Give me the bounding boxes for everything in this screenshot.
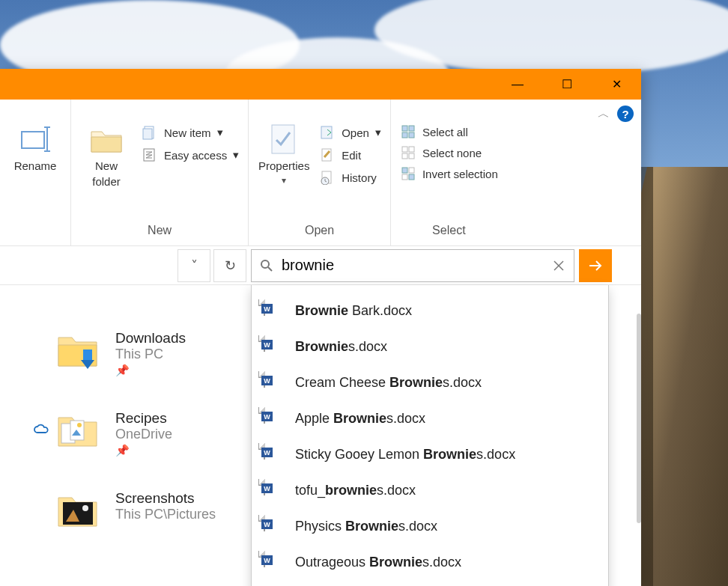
quick-access-panel: DownloadsThis PC📌RecipesOneDrive📌Screens… xyxy=(0,285,251,586)
rename-icon xyxy=(19,124,52,154)
easy-access-button[interactable]: Easy access ▾ xyxy=(139,146,242,164)
search-suggestion[interactable]: WPhysics Brownies.docx xyxy=(252,508,608,544)
close-button[interactable]: ✕ xyxy=(592,69,641,100)
svg-rect-8 xyxy=(321,126,332,138)
word-doc-icon: W xyxy=(264,552,282,573)
folder-icon xyxy=(55,490,100,528)
search-suggestion[interactable]: Wtofu_brownies.docx xyxy=(252,472,608,508)
search-suggestion[interactable]: WCream Cheese Brownies.docx xyxy=(252,364,608,400)
select-group-label: Select xyxy=(432,219,465,243)
folder-icon xyxy=(55,410,100,448)
rename-button[interactable]: Rename xyxy=(6,122,64,172)
select-all-button[interactable]: Select all xyxy=(397,123,501,140)
svg-rect-7 xyxy=(272,125,294,153)
properties-label: Properties xyxy=(258,159,309,172)
folder-path: This PC xyxy=(115,347,186,362)
svg-rect-16 xyxy=(409,132,414,138)
select-all-icon xyxy=(400,125,416,138)
refresh-button[interactable]: ↻ xyxy=(213,249,246,282)
content-area: DownloadsThis PC📌RecipesOneDrive📌Screens… xyxy=(0,285,641,586)
minimize-button[interactable]: — xyxy=(493,69,542,100)
easy-access-icon xyxy=(142,147,158,162)
svg-rect-33 xyxy=(70,421,84,440)
svg-rect-18 xyxy=(409,147,414,152)
svg-rect-30 xyxy=(83,350,92,360)
open-icon xyxy=(319,125,336,140)
suggestion-text: Apple Brownies.docx xyxy=(295,411,425,427)
maximize-button[interactable]: ☐ xyxy=(542,69,592,100)
search-icon xyxy=(252,259,282,272)
address-bar[interactable]: ˅ ↻ xyxy=(0,249,251,282)
select-none-icon xyxy=(400,146,416,159)
new-folder-label2: folder xyxy=(92,175,121,188)
cloud-icon xyxy=(33,424,49,436)
svg-rect-19 xyxy=(402,153,407,159)
quick-access-item[interactable]: DownloadsThis PC📌 xyxy=(0,330,251,377)
folder-path: This PC\Pictures xyxy=(115,507,216,522)
word-doc-icon: W xyxy=(264,408,282,429)
collapse-ribbon-icon[interactable]: ︿ xyxy=(598,106,610,122)
dropdown-icon: ▾ xyxy=(233,148,239,162)
suggestion-text: Brownie Bark.docx xyxy=(295,303,412,319)
history-button[interactable]: History xyxy=(316,168,384,186)
svg-rect-15 xyxy=(402,132,407,138)
search-suggestion[interactable]: WSticky Gooey Lemon Brownies.docx xyxy=(252,436,608,472)
search-suggestion[interactable]: WOutrageous Brownies.docx xyxy=(252,544,608,580)
svg-point-38 xyxy=(82,505,88,511)
svg-point-25 xyxy=(261,260,269,268)
svg-point-35 xyxy=(77,423,82,427)
suggestion-text: tofu_brownies.docx xyxy=(295,483,416,498)
edit-icon xyxy=(319,147,336,162)
search-suggestion[interactable]: WBrownie Bark.docx xyxy=(252,293,608,329)
dropdown-icon: ▾ xyxy=(282,175,286,186)
arrow-right-icon xyxy=(587,257,604,274)
search-box[interactable] xyxy=(251,249,574,282)
folder-icon xyxy=(55,330,100,367)
address-dropdown-button[interactable]: ˅ xyxy=(178,249,210,282)
folder-name: Downloads xyxy=(115,330,186,347)
history-icon xyxy=(319,170,336,185)
help-button[interactable]: ? xyxy=(617,106,634,122)
quick-access-item[interactable]: RecipesOneDrive📌 xyxy=(0,410,251,457)
word-doc-icon: W xyxy=(264,516,282,537)
nav-row: ˅ ↻ xyxy=(0,246,641,285)
search-input[interactable] xyxy=(282,250,544,281)
svg-rect-0 xyxy=(22,132,44,148)
ribbon: ︿ ? Rename . xyxy=(0,100,641,246)
scrollbar-thumb[interactable] xyxy=(637,314,641,523)
new-folder-label1: New xyxy=(95,159,118,172)
new-group-label: New xyxy=(148,219,172,243)
word-doc-icon: W xyxy=(264,480,282,501)
properties-button[interactable]: Properties ▾ xyxy=(255,122,313,186)
clear-search-button[interactable] xyxy=(544,260,574,271)
open-button[interactable]: Open ▾ xyxy=(316,123,384,141)
word-doc-icon: W xyxy=(264,300,282,321)
svg-rect-22 xyxy=(409,168,414,173)
new-folder-icon xyxy=(88,123,124,156)
word-doc-icon: W xyxy=(264,336,282,357)
new-item-button[interactable]: New item ▾ xyxy=(139,123,242,141)
suggestion-text: Cream Cheese Brownies.docx xyxy=(295,375,482,391)
svg-rect-21 xyxy=(402,168,407,173)
select-none-button[interactable]: Select none xyxy=(397,144,501,161)
folder-name: Screenshots xyxy=(115,490,216,507)
suggestion-text: Sticky Gooey Lemon Brownies.docx xyxy=(295,447,515,463)
svg-rect-24 xyxy=(409,174,414,180)
svg-rect-17 xyxy=(402,147,407,152)
word-doc-icon: W xyxy=(264,372,282,393)
edit-button[interactable]: Edit xyxy=(316,146,384,164)
new-folder-button[interactable]: New folder xyxy=(77,122,136,188)
svg-rect-23 xyxy=(402,174,407,180)
search-suggestion[interactable]: WBrownies.docx xyxy=(252,329,608,364)
search-suggestions-dropdown: WBrownie Bark.docxWBrownies.docxWCream C… xyxy=(251,285,609,586)
search-go-button[interactable] xyxy=(579,249,612,282)
file-explorer-window: — ☐ ✕ ︿ ? Rename xyxy=(0,69,641,586)
title-bar: — ☐ ✕ xyxy=(0,69,641,100)
svg-line-26 xyxy=(268,267,272,271)
rename-label: Rename xyxy=(14,159,57,172)
search-suggestion[interactable]: WApple Brownies.docx xyxy=(252,400,608,436)
invert-selection-button[interactable]: Invert selection xyxy=(397,165,501,182)
quick-access-item[interactable]: ScreenshotsThis PC\Pictures xyxy=(0,490,251,528)
dropdown-icon: ▾ xyxy=(375,126,381,139)
new-item-icon xyxy=(142,125,158,140)
